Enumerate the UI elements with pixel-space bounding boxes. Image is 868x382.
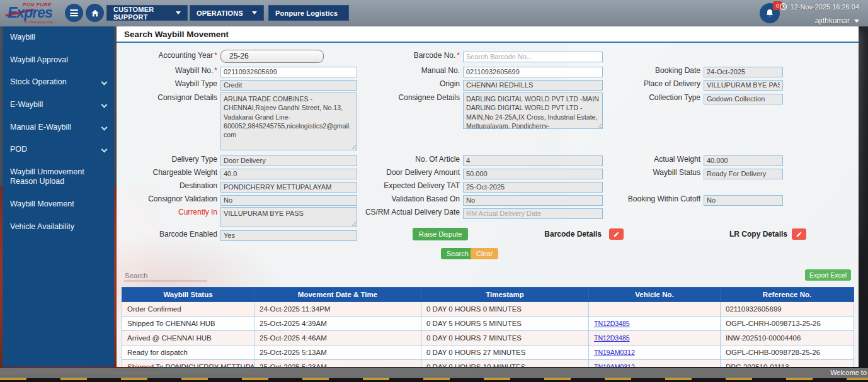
sidebar-item-waybill[interactable]: Waybill: [3, 26, 114, 49]
waybill-type-field: [220, 80, 357, 91]
barcode-details-label: Barcode Details: [494, 229, 602, 240]
company-logo: PON PURE Expres On time every time: [5, 1, 65, 25]
chevron-down-icon: [101, 79, 108, 86]
currently-in-field: VILLUPURAM BYE PASS: [220, 207, 357, 227]
expected-delivery-tat-field: [463, 182, 603, 193]
consignor-validation-label: Consignor Validation: [118, 194, 217, 205]
no-of-article-field: [463, 155, 603, 166]
actual-weight-label: Actual Weight: [586, 154, 700, 165]
collection-type-field: [704, 94, 783, 104]
chevron-down-icon: [101, 147, 108, 153]
expected-delivery-tat-label: Expected Delivery TAT: [343, 181, 460, 191]
place-of-delivery-label: Place of Delivery: [586, 79, 700, 89]
app-window: PON PURE Expres On time every time CUSTO…: [0, 0, 868, 382]
waybill-movement-table: Waybill Status Movement Date & Time Time…: [122, 287, 854, 367]
barcode-no-label: Barcode No.*: [343, 50, 460, 61]
waybill-no-label: Waybill No.*: [118, 65, 217, 76]
collection-type-label: Collection Type: [586, 93, 700, 103]
table-row: Order Confirmed 24-Oct-2025 11:34PM 0 DA…: [122, 302, 854, 317]
vehicle-link[interactable]: TN12D3485: [594, 320, 630, 327]
table-search: [124, 269, 207, 281]
menu-toggle-button[interactable]: [65, 4, 83, 22]
page-title-bar: Search Waybill Movement: [117, 26, 859, 43]
sidebar-item-waybill-unmovement-reason-upload[interactable]: Waybill Unmovement Reason Upload: [3, 161, 114, 193]
footer-marquee-bar: Welcome to: [0, 368, 868, 378]
chargeable-weight-field: [220, 169, 357, 179]
caret-down-icon: [176, 11, 181, 14]
col-movement-datetime: Movement Date & Time: [254, 288, 421, 302]
edit-icon: [613, 231, 620, 238]
manual-no-input[interactable]: [463, 67, 603, 77]
nav-operations[interactable]: OPERATIONS: [190, 5, 264, 21]
clear-button[interactable]: Clear: [471, 248, 498, 259]
manual-no-label: Manual No.: [343, 65, 460, 76]
caret-down-icon: [854, 20, 859, 23]
booking-within-cutoff-label: Booking Within Cutoff: [586, 194, 700, 205]
nav-ponpure-logistics[interactable]: Ponpure Logistics: [268, 5, 349, 21]
col-timestamp: Timestamp: [421, 288, 589, 302]
vehicle-link[interactable]: TN12D3485: [594, 334, 630, 342]
nav-customer-support[interactable]: CUSTOMER SUPPORT: [106, 5, 188, 21]
edit-icon: [796, 231, 802, 238]
vehicle-link[interactable]: TN19AM0312: [594, 349, 635, 356]
vehicle-link[interactable]: TN19AM0312: [594, 363, 635, 367]
table-search-input[interactable]: [124, 271, 207, 281]
notifications-button[interactable]: 0: [760, 3, 780, 23]
door-delivery-amount-field: [463, 169, 603, 179]
table-row: Shipped To PONDICHERRY METTUPALA 25-Oct-…: [122, 360, 854, 368]
col-vehicle-no: Vehicle No.: [589, 288, 721, 302]
delivery-type-label: Delivery Type: [118, 154, 217, 165]
search-button[interactable]: Search: [441, 248, 474, 259]
home-button[interactable]: [86, 4, 104, 22]
sidebar-item-manual-e-waybill[interactable]: Manual E-Waybill: [3, 116, 114, 139]
validation-based-on-field: [463, 195, 603, 206]
caret-down-icon: [252, 11, 257, 14]
barcode-no-input[interactable]: [463, 52, 603, 62]
chevron-down-icon: [101, 101, 108, 108]
sidebar-item-vehicle-availability[interactable]: Vehicle Availability: [3, 216, 114, 239]
barcode-details-edit-button[interactable]: [609, 228, 624, 240]
header-right: 12-Nov-2025 16:26:04 ajithkumar: [779, 1, 859, 25]
sidebar-item-waybill-approval[interactable]: Waybill Approval: [3, 49, 114, 72]
top-header-bar: PON PURE Expres On time every time CUSTO…: [0, 0, 868, 26]
home-icon: [90, 8, 100, 18]
door-delivery-amount-label: Door Delivery Amount: [343, 167, 460, 178]
lr-copy-details-edit-button[interactable]: [792, 228, 806, 240]
lr-copy-details-label: LR Copy Details: [687, 229, 787, 240]
booking-date-label: Booking Date: [586, 65, 700, 76]
table-row: Arrived @ CHENNAI HUB 25-Oct-2025 4:46AM…: [122, 331, 854, 345]
logo-main-text: Expres: [8, 4, 52, 21]
accounting-year-label: Accounting Year*: [118, 50, 217, 61]
page-title: Search Waybill Movement: [117, 26, 859, 39]
consignor-details-field: ARUNA TRADE COMBINES - CHENNAI,Rajeev Ga…: [220, 93, 357, 150]
cs-rm-actual-delivery-date-label: CS/RM Actual Delivery Date: [343, 207, 460, 218]
clock-icon: [779, 3, 787, 11]
booking-within-cutoff-field: [704, 195, 783, 206]
chevron-down-icon: [101, 124, 108, 130]
hamburger-icon: [70, 9, 78, 16]
table-header-row: Waybill Status Movement Date & Time Time…: [122, 288, 854, 302]
logo-tagline: On time every time: [24, 20, 53, 24]
waybill-no-input[interactable]: [220, 67, 357, 77]
consignor-validation-field: [220, 195, 357, 206]
sidebar-item-waybill-movement[interactable]: Waybill Movement: [3, 193, 114, 216]
user-menu[interactable]: ajithkumar: [779, 16, 859, 25]
accounting-year-select[interactable]: 25-26: [220, 50, 324, 63]
table-row: Shipped To CHENNAI HUB 25-Oct-2025 4:39A…: [122, 317, 854, 331]
export-excel-button[interactable]: Export Excel: [805, 269, 851, 281]
delivery-type-field: [220, 155, 357, 166]
place-of-delivery-field: [704, 80, 783, 91]
booking-date-field: [704, 67, 783, 77]
destination-field: [220, 182, 357, 193]
validation-based-on-label: Validation Based On: [343, 194, 460, 205]
raise-dispute-button[interactable]: Raise Dispute: [413, 228, 468, 240]
barcode-enabled-label: Barcode Enabled: [118, 229, 217, 240]
col-reference-no: Reference No.: [721, 288, 854, 302]
waybill-status-field: [704, 169, 783, 179]
currently-in-label: Currently In: [118, 207, 217, 218]
sidebar-item-pod[interactable]: POD: [3, 138, 114, 161]
datetime-display: 12-Nov-2025 16:26:04: [779, 3, 859, 11]
sidebar-item-e-waybill[interactable]: E-Waybill: [3, 94, 114, 116]
sidebar-item-stock-operation[interactable]: Stock Operation: [3, 71, 114, 94]
table-row: Ready for dispatch 25-Oct-2025 5:13AM 0 …: [122, 345, 854, 360]
